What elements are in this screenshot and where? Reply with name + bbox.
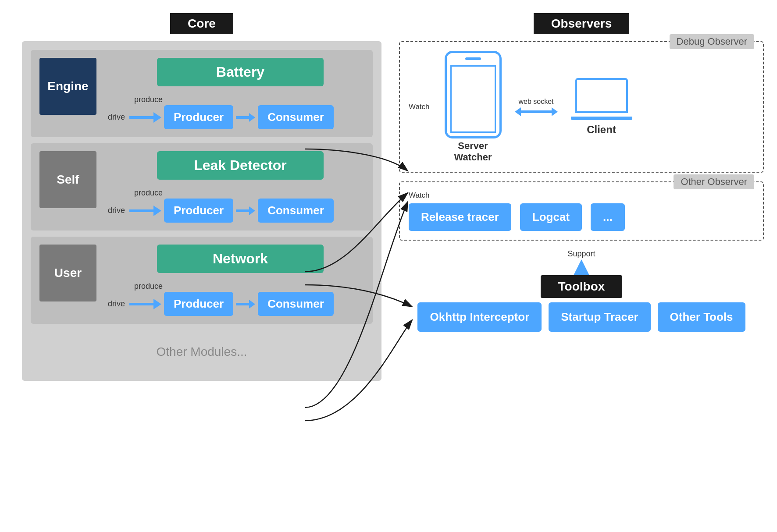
debug-observer-label: Debug Observer — [670, 34, 754, 49]
toolbox-tools: Okhttp Interceptor Startup Tracer Other … — [417, 302, 745, 332]
produce-label-2: produce — [134, 188, 163, 198]
other-tools-btn: Other Tools — [658, 302, 745, 332]
support-row: Support — [567, 249, 595, 275]
laptop-screen — [575, 78, 628, 113]
phone-speaker — [465, 57, 481, 60]
laptop-base — [571, 117, 632, 120]
core-section: Core Engine Battery produce — [13, 13, 390, 519]
toolbox-box: Toolbox — [541, 275, 623, 298]
produce-arrow-1 — [236, 113, 255, 122]
phone-icon — [445, 51, 502, 138]
network-right: Network produce drive — [108, 245, 364, 316]
producer-btn-1: Producer — [164, 105, 233, 129]
leak-detector-label: Leak Detector — [157, 151, 324, 180]
network-flow-row: drive Producer Consumer — [108, 292, 364, 316]
drive-label-1: drive — [108, 113, 125, 122]
producer-btn-2: Producer — [164, 199, 233, 223]
client-label: Client — [587, 124, 616, 136]
consumer-btn-1: Consumer — [258, 105, 334, 129]
battery-module: Engine Battery produce drive — [31, 50, 373, 137]
startup-tracer-btn: Startup Tracer — [549, 302, 650, 332]
ellipsis-btn: ... — [591, 203, 625, 231]
watch-label-other: Watch — [409, 191, 430, 200]
debug-inner: Watch Server Watcher — [409, 51, 754, 163]
engine-box: Engine — [39, 58, 96, 115]
produce-label-3: produce — [134, 282, 163, 291]
phone-screen — [450, 65, 496, 133]
leak-flow-row: drive Producer Consumer — [108, 199, 364, 223]
other-modules: Other Modules... — [31, 332, 373, 372]
consumer-btn-2: Consumer — [258, 199, 334, 223]
okhttp-btn: Okhttp Interceptor — [417, 302, 542, 332]
watch-label-debug: Watch — [409, 103, 430, 111]
produce-label-1: produce — [134, 95, 163, 104]
observers-section: Observers Debug Observer Watch — [390, 13, 764, 519]
self-box: Self — [39, 151, 96, 208]
produce-arrow-2 — [236, 206, 255, 215]
websocket-arrow — [515, 107, 558, 116]
leak-right: Leak Detector produce drive — [108, 151, 364, 223]
drive-label-3: drive — [108, 299, 125, 309]
battery-label: Battery — [157, 58, 324, 86]
debug-observer-box: Debug Observer Watch Server — [399, 41, 764, 173]
observers-content: Debug Observer Watch Server — [399, 41, 764, 332]
other-observer-box: Other Observer Watch Release tracer Logc… — [399, 181, 764, 241]
drive-arrow-1 — [129, 112, 161, 123]
observer-tools: Release tracer Logcat ... — [409, 203, 754, 231]
logcat-btn: Logcat — [520, 203, 582, 231]
user-box: User — [39, 245, 96, 301]
drive-arrow-3 — [129, 299, 161, 309]
network-label: Network — [157, 245, 324, 273]
produce-arrow-3 — [236, 300, 255, 309]
battery-flow-row: drive Producer Consumer — [108, 105, 364, 129]
consumer-btn-3: Consumer — [258, 292, 334, 316]
core-title: Core — [170, 13, 233, 34]
network-module: User Network produce drive — [31, 237, 373, 324]
support-arrow — [574, 259, 589, 275]
websocket-label: web socket — [519, 98, 554, 106]
other-observer-label: Other Observer — [674, 174, 754, 189]
support-label: Support — [567, 249, 595, 259]
drive-arrow-2 — [129, 206, 161, 216]
battery-right: Battery produce drive — [108, 58, 364, 129]
server-label: Server — [458, 140, 488, 152]
drive-label-2: drive — [108, 206, 125, 215]
client-area: Client — [571, 78, 632, 136]
release-tracer-btn: Release tracer — [409, 203, 511, 231]
core-box: Engine Battery produce drive — [22, 41, 381, 381]
observers-title: Observers — [534, 13, 630, 34]
toolbox-area: Support Toolbox Okhttp Interceptor Start… — [399, 249, 764, 332]
leak-module: Self Leak Detector produce drive — [31, 143, 373, 231]
producer-btn-3: Producer — [164, 292, 233, 316]
watcher-label: Watcher — [454, 152, 492, 163]
